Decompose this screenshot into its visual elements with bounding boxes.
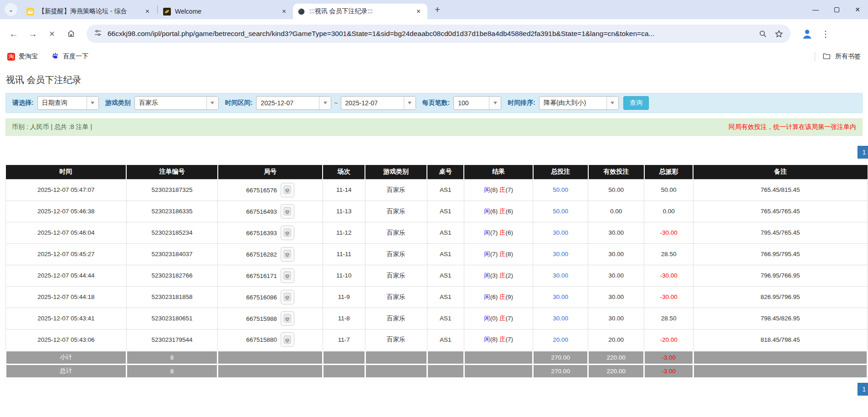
cell-total-bet[interactable]: 30.00 <box>533 308 588 329</box>
column-header: 游戏类别 <box>365 165 427 179</box>
query-type-select[interactable]: 日期查询 <box>37 96 99 110</box>
cell-total-bet[interactable]: 50.00 <box>533 201 588 222</box>
tab-close-icon[interactable]: ✕ <box>280 7 288 16</box>
cell-total-bet[interactable]: 30.00 <box>533 265 588 286</box>
zoom-icon[interactable] <box>759 30 767 38</box>
dropdown-arrow-icon[interactable] <box>489 97 501 109</box>
bookmarks-bar: 淘 爱淘宝 百度一下 所有书签 <box>0 48 868 65</box>
new-tab-button[interactable]: + <box>431 3 444 16</box>
pagination-page-1[interactable]: 1 <box>858 383 868 396</box>
subtotal-label: 小计 <box>6 350 127 364</box>
cell-total-bet[interactable]: 30.00 <box>533 222 588 243</box>
video-replay-button[interactable] <box>281 247 294 262</box>
tab-close-icon[interactable]: ✕ <box>414 7 423 16</box>
cell-table-no: AS1 <box>427 308 464 329</box>
game-type-select[interactable]: 百家乐 <box>134 96 219 110</box>
cell-result: 闲(7) 庄(6) <box>464 222 533 243</box>
video-replay-button[interactable] <box>281 311 294 326</box>
currency-summary-text: 币别 : 人民币 | 总共 :8 注单 | <box>12 123 92 131</box>
cell-time: 2025-12-07 05:47:07 <box>6 179 127 201</box>
page-title: 视讯 会员下注纪录 <box>6 74 868 86</box>
close-window-button[interactable]: ✕ <box>847 0 868 19</box>
column-header: 注单编号 <box>126 165 217 179</box>
dropdown-arrow-icon[interactable] <box>319 97 331 109</box>
video-replay-button[interactable] <box>281 204 294 219</box>
cell-result: 闲(8) 庄(7) <box>464 329 533 350</box>
bet-records-table: 时间注单编号局号场次游戏类别桌号结果总投注有效投注总派彩备注 2025-12-0… <box>5 165 868 379</box>
maximize-button[interactable] <box>826 0 847 19</box>
back-button[interactable]: ← <box>5 26 22 42</box>
tab-bet-records[interactable]: :::视讯 会员下注纪录::: ✕ <box>293 4 427 19</box>
page-size-label: 每页笔数: <box>422 99 450 107</box>
home-button[interactable] <box>63 26 79 42</box>
page-size-select[interactable]: 100 <box>453 96 501 110</box>
forward-button[interactable]: → <box>25 26 41 42</box>
sort-select[interactable]: 降幂(由大到小) <box>539 96 619 110</box>
all-bookmarks-label[interactable]: 所有书签 <box>835 52 861 61</box>
cell-valid-bet: 30.00 <box>588 286 644 308</box>
stop-button[interactable]: ✕ <box>44 26 60 42</box>
video-replay-button[interactable] <box>281 290 294 304</box>
column-header: 局号 <box>218 165 323 179</box>
site-info-icon[interactable] <box>94 29 102 39</box>
cell-table-no: AS1 <box>427 243 464 265</box>
cell-time: 2025-12-07 05:45:27 <box>6 243 127 265</box>
date-from-input[interactable]: 2025-12-07 <box>256 96 331 110</box>
bookmark-taobao[interactable]: 淘 爱淘宝 <box>7 52 38 61</box>
tab-forum[interactable]: 【新提醒】海燕策略论坛 - 综合 ✕ <box>22 4 156 19</box>
cell-time: 2025-12-07 05:46:04 <box>6 222 127 243</box>
cell-total-bet[interactable]: 20.00 <box>533 329 588 350</box>
cell-payout: -30.00 <box>644 265 693 286</box>
table-row: 2025-12-07 05:46:38523023186335667516493… <box>6 201 868 222</box>
cell-game-type: 百家乐 <box>365 222 427 243</box>
cell-round-id: 667516282 <box>218 243 323 265</box>
video-replay-button[interactable] <box>281 332 294 347</box>
cell-table-no: AS1 <box>427 286 464 308</box>
bookmark-baidu[interactable]: 百度一下 <box>51 52 88 61</box>
browser-toolbar: ← → ✕ 66cxkj98.com/ipl/portal.php/game/b… <box>0 19 868 48</box>
cell-total-bet[interactable]: 50.00 <box>533 179 588 201</box>
date-range-tilde: ~ <box>334 99 338 107</box>
cell-round-id: 667515880 <box>218 329 323 350</box>
dropdown-arrow-icon[interactable] <box>606 97 618 109</box>
address-bar[interactable]: 66cxkj98.com/ipl/portal.php/game/betreco… <box>87 25 791 43</box>
dropdown-arrow-icon[interactable] <box>87 97 98 109</box>
cell-payout: 0.00 <box>644 201 693 222</box>
dropdown-arrow-icon[interactable] <box>206 97 218 109</box>
cell-total-bet[interactable]: 30.00 <box>533 286 588 308</box>
table-body: 2025-12-07 05:47:07523023187325667516576… <box>6 179 868 378</box>
minimize-button[interactable]: — <box>805 0 826 19</box>
browser-menu-button[interactable]: ⋮ <box>819 27 832 41</box>
bookmark-star-icon[interactable] <box>775 30 783 38</box>
column-header: 总派彩 <box>644 165 693 179</box>
column-header: 场次 <box>323 165 365 179</box>
cell-game-type: 百家乐 <box>365 286 427 308</box>
cell-total-bet[interactable]: 30.00 <box>533 243 588 265</box>
column-header: 桌号 <box>427 165 464 179</box>
cell-table-no: AS1 <box>427 222 464 243</box>
person-icon <box>801 28 813 40</box>
cell-valid-bet: 30.00 <box>588 308 644 329</box>
cell-bet-id: 523023181858 <box>126 286 217 308</box>
subtotal-payout: -3.00 <box>644 350 693 364</box>
column-header: 备注 <box>693 165 867 179</box>
cell-session: 11-10 <box>323 265 365 286</box>
tab-close-icon[interactable]: ✕ <box>143 7 152 16</box>
video-replay-button[interactable] <box>281 268 294 283</box>
date-to-input[interactable]: 2025-12-07 <box>341 96 416 110</box>
cell-valid-bet: 30.00 <box>588 265 644 286</box>
table-row: 2025-12-07 05:43:06523023179544667515880… <box>6 329 868 350</box>
cell-bet-id: 523023182766 <box>126 265 217 286</box>
video-replay-button[interactable] <box>281 226 294 240</box>
dropdown-arrow-icon[interactable] <box>404 97 416 109</box>
chevron-down-icon: ⌄ <box>9 6 14 13</box>
tab-welcome[interactable]: Welcome ✕ <box>159 4 293 19</box>
search-button[interactable]: 查询 <box>623 96 649 110</box>
video-replay-button[interactable] <box>281 183 294 197</box>
profile-avatar[interactable] <box>800 26 814 41</box>
query-type-value: 日期查询 <box>38 99 87 107</box>
url-text[interactable]: 66cxkj98.com/ipl/portal.php/game/betreco… <box>108 30 751 38</box>
pagination-page-1[interactable]: 1 <box>858 146 868 159</box>
tab-search-button[interactable]: ⌄ <box>5 3 17 16</box>
tab-title: :::视讯 会员下注纪录::: <box>309 7 410 15</box>
